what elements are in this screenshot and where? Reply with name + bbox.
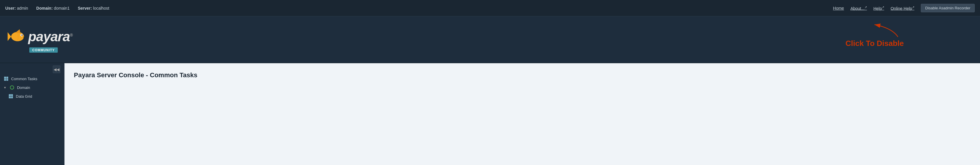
arrow-icon — [857, 22, 904, 38]
sidebar: ◀◀ Common Tasks ▼ Domain — [0, 63, 64, 165]
click-to-disable-text: Click To Disable — [845, 39, 904, 48]
grid-icon — [3, 76, 9, 81]
sidebar-collapse-button[interactable]: ◀◀ — [53, 65, 60, 73]
sidebar-item-label: Domain — [17, 86, 30, 90]
domain-info: Domain: domain1 — [37, 6, 70, 11]
payara-text: payara — [28, 29, 70, 44]
logo-area: payara® COMMUNITY Click To Disable — [0, 16, 980, 63]
domain-label: Domain: — [37, 6, 53, 11]
top-bar: User: admin Domain: domain1 Server: loca… — [0, 0, 980, 16]
payara-fish-icon — [6, 26, 27, 47]
datagrid-icon — [8, 94, 13, 99]
main-layout: ◀◀ Common Tasks ▼ Domain — [0, 63, 980, 165]
about-ext-icon: ↗ — [864, 6, 867, 9]
online-help-ext-icon: ↗ — [912, 6, 914, 9]
about-label: About... — [851, 6, 864, 11]
sidebar-item-label: Common Tasks — [11, 77, 37, 81]
user-info: User: admin — [5, 6, 28, 11]
home-link[interactable]: Home — [833, 6, 844, 11]
page-title: Payara Server Console - Common Tasks — [74, 71, 970, 79]
server-info: Server: localhost — [78, 6, 109, 11]
help-ext-icon: ↗ — [882, 6, 884, 9]
help-link[interactable]: Help↗ — [873, 6, 884, 11]
online-help-link[interactable]: Online Help↗ — [891, 6, 914, 11]
top-bar-left: User: admin Domain: domain1 Server: loca… — [5, 6, 109, 11]
community-badge: COMMUNITY — [29, 48, 58, 53]
user-label: User: — [5, 6, 16, 11]
disable-asadmin-recorder-button[interactable]: Disable Asadmin Recorder — [921, 4, 975, 12]
domain-value: domain1 — [54, 6, 70, 11]
expand-icon: ▼ — [3, 86, 6, 89]
sidebar-item-label: Data Grid — [16, 94, 32, 98]
payara-fish: payara® — [6, 26, 73, 47]
sidebar-item-domain[interactable]: ▼ Domain — [0, 83, 64, 92]
payara-logo: payara® COMMUNITY — [6, 26, 73, 53]
top-bar-right: Home About...↗ Help↗ Online Help↗ Disabl… — [833, 4, 975, 12]
sidebar-item-data-grid[interactable]: Data Grid — [0, 92, 64, 101]
user-value: admin — [17, 6, 28, 11]
svg-point-4 — [21, 35, 22, 36]
about-link[interactable]: About...↗ — [851, 6, 867, 11]
payara-name: payara® — [28, 29, 73, 44]
help-label: Help — [873, 6, 882, 11]
svg-marker-1 — [8, 32, 11, 41]
server-label: Server: — [78, 6, 92, 11]
registered-mark: ® — [70, 33, 72, 37]
online-help-label: Online Help — [891, 6, 912, 11]
server-value: localhost — [93, 6, 109, 11]
sidebar-item-common-tasks[interactable]: Common Tasks — [0, 74, 64, 83]
content-area: Payara Server Console - Common Tasks — [64, 63, 980, 165]
click-to-disable-annotation: Click To Disable — [845, 22, 904, 48]
globe-icon — [10, 85, 15, 90]
